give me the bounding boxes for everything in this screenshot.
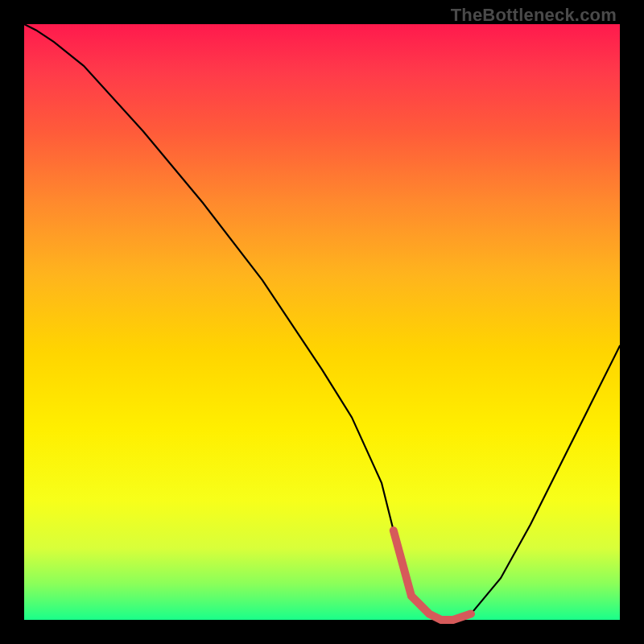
chart-frame: TheBottleneck.com — [0, 0, 644, 644]
bottleneck-curve-svg — [24, 24, 620, 620]
bottleneck-curve — [24, 24, 620, 620]
plot-area — [24, 24, 620, 620]
watermark-text: TheBottleneck.com — [451, 5, 617, 26]
optimal-range-highlight — [394, 530, 471, 620]
